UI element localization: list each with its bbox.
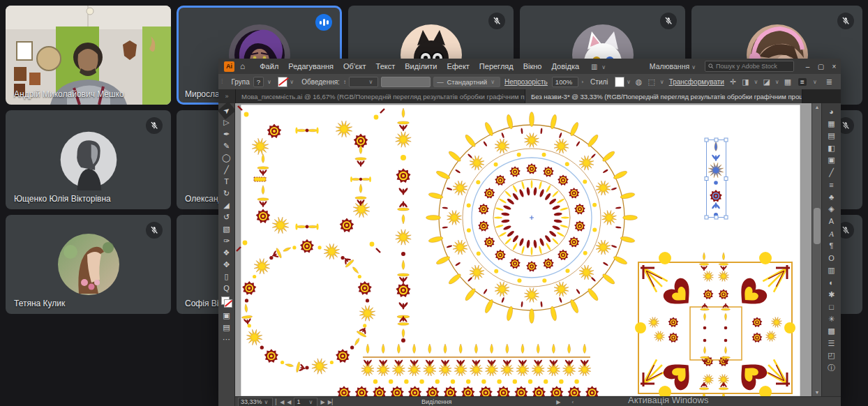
mic-off-icon [492, 16, 502, 26]
recolor-artwork-icon[interactable]: ◍ [636, 77, 643, 87]
stroke-width-select[interactable]: ∨ [349, 77, 378, 87]
opacity-value[interactable]: 100% [552, 77, 579, 87]
stroke-none-swatch[interactable] [278, 77, 287, 87]
appearance-panel-icon[interactable]: ✱ [824, 289, 839, 301]
style-swatch[interactable] [615, 77, 624, 87]
type-tool-icon[interactable]: T [220, 176, 234, 188]
brush-definition-select[interactable]: — Стандартний∨ [433, 77, 500, 87]
glyphs-panel-icon[interactable]: A [824, 227, 839, 240]
pages-panel-icon[interactable]: ▣ [824, 154, 839, 167]
adobe-stock-search[interactable]: Пошук у Adobe Stock [705, 61, 794, 72]
tab-overflow-icon[interactable]: » [218, 89, 236, 103]
panel-dock-icon[interactable]: ≡ [798, 78, 807, 86]
artboards-panel-icon[interactable]: ▩ [824, 325, 839, 338]
fill-unknown-button[interactable]: ? [253, 77, 264, 87]
workspace-switcher[interactable]: Малювання∨ [650, 62, 698, 70]
scroll-left-icon[interactable]: ‹ [571, 399, 574, 405]
pen-tool-icon[interactable]: ✒ [220, 128, 234, 140]
menu-2[interactable]: Об'єкт [343, 62, 366, 70]
graphic-styles-panel-icon[interactable]: □ [824, 301, 839, 313]
maximize-button[interactable]: ▢ [814, 59, 828, 74]
participant-tile[interactable]: Тетяна Кулик [6, 215, 171, 314]
last-artboard-icon[interactable]: ▶▏ [328, 399, 336, 405]
menu-5[interactable]: Ефект [447, 62, 469, 70]
arrange-documents-icon[interactable]: ▥ ∨ [591, 63, 608, 70]
scroll-up-icon[interactable]: ▲ [812, 105, 822, 110]
illustrator-logo-icon[interactable]: Ai [224, 61, 234, 72]
participant-tile[interactable]: Андрій Миколайович Мешко [6, 6, 171, 105]
document-tab-1[interactable]: Мова_писемність.ai @ 16,67% (RGB/Поперед… [236, 89, 525, 103]
artboard-select[interactable]: 1∨ [294, 398, 317, 406]
status-tool-name: Виділення [421, 398, 451, 405]
vertical-scrollbar[interactable]: ▲ ▼ [811, 103, 822, 396]
select-similar-icon[interactable]: ⬚ [648, 77, 654, 87]
gradient-tool-icon[interactable]: ▧ [220, 223, 234, 235]
close-button[interactable]: × [828, 59, 841, 74]
participant-name: Андрій Миколайович Мешко [14, 89, 124, 99]
first-artboard-icon[interactable]: ▏◀ [276, 399, 284, 405]
symbols-panel-icon[interactable]: ♣ [824, 191, 839, 204]
align-icon[interactable]: ✛ [730, 77, 736, 87]
scroll-down-icon[interactable]: ▼ [812, 390, 822, 395]
pathfinder-panel-icon[interactable]: ◰ [824, 349, 839, 362]
status-expand-icon[interactable]: ▶ [556, 399, 560, 405]
minimize-button[interactable]: – [801, 59, 814, 74]
info-panel-icon[interactable]: ⓘ [824, 362, 839, 375]
screen-mode-icon[interactable]: ▤ [220, 322, 234, 333]
artboard-tool-icon[interactable]: ▯ [220, 271, 234, 283]
curvature-tool-icon[interactable]: ✎ [220, 140, 234, 152]
paragraph-panel-icon[interactable]: ¶ [824, 240, 839, 253]
options-menu-icon[interactable]: ≣ [826, 77, 832, 87]
align-panel-icon[interactable]: ☰ [824, 338, 839, 350]
ellipse-tool-icon[interactable]: ◯ [220, 152, 234, 164]
gradient-swatch-panel-icon[interactable]: ▥ [824, 264, 839, 277]
transform-link[interactable]: Трансформувати [669, 78, 724, 86]
menu-7[interactable]: Вікно [523, 62, 542, 70]
menu-3[interactable]: Текст [376, 62, 396, 70]
opacity-link[interactable]: Непрозорість [504, 78, 548, 86]
opacity-expand-icon[interactable]: › [581, 79, 583, 85]
paintbrush-tool-icon[interactable]: ╱ [220, 164, 234, 176]
character-panel-icon[interactable]: A [824, 216, 839, 228]
menu-8[interactable]: Довідка [551, 62, 579, 70]
rotate-tool-icon[interactable]: ↻ [220, 188, 234, 200]
canvas[interactable] [235, 103, 811, 396]
zoom-select[interactable]: 33,33%∨ [238, 398, 273, 406]
libraries-panel-icon[interactable]: ▤ [824, 130, 839, 142]
scrollbar-thumb[interactable] [814, 208, 821, 244]
mute-indicator [488, 13, 505, 29]
participant-tile[interactable]: Ющенко Юлія Вікторівна [6, 110, 171, 209]
flip-horizontal-icon[interactable]: ◨ [742, 77, 749, 87]
free-transform-tool-icon[interactable]: ↺ [220, 211, 234, 223]
stroke-stepper-icon[interactable]: ↕ [343, 79, 346, 85]
menu-0[interactable]: Файл [260, 62, 278, 70]
stroke-panel-icon[interactable]: ≡ [824, 179, 839, 191]
flip-vertical-icon[interactable]: ◪ [763, 77, 770, 87]
blend-tool-icon[interactable]: ❖ [220, 247, 234, 259]
draw-mode-icon[interactable]: ▣ [220, 310, 234, 322]
settings-panel-icon[interactable]: ✳ [824, 313, 839, 326]
hand-tool-icon[interactable]: ✥ [220, 259, 234, 271]
fill-stroke-swatches[interactable]: ? [221, 296, 232, 308]
opentype-panel-icon[interactable]: O [824, 252, 839, 264]
color-panel-icon[interactable]: ◕ [824, 105, 839, 118]
grid-view-icon[interactable]: ▦ [784, 77, 791, 87]
menu-4[interactable]: Виділити [405, 62, 437, 70]
gradient-panel-icon[interactable]: ◧ [824, 142, 839, 155]
prev-artboard-icon[interactable]: ◀ [287, 399, 291, 405]
menu-1[interactable]: Редагування [288, 62, 334, 70]
transparency-panel-icon[interactable]: ◐ [824, 276, 839, 289]
layers-panel-icon[interactable]: ◈ [824, 203, 839, 216]
eyedropper-tool-icon[interactable]: ✑ [220, 235, 234, 247]
swatches-panel-icon[interactable]: ▦ [824, 118, 839, 130]
eraser-tool-icon[interactable]: ◢ [220, 200, 234, 211]
variable-width-select[interactable] [381, 77, 431, 87]
brushes-panel-icon[interactable]: ╱ [824, 167, 839, 179]
more-tools-icon[interactable]: ⋯ [220, 333, 234, 345]
menu-6[interactable]: Перегляд [479, 62, 514, 70]
stroke-swatch[interactable] [224, 299, 232, 308]
document-tab-2[interactable]: Без назви-3* @ 33,33% (RGB/Попередній пе… [525, 89, 802, 103]
next-artboard-icon[interactable]: ▶ [320, 399, 324, 405]
zoom-tool-icon[interactable]: Q [220, 283, 234, 294]
home-icon[interactable]: ⌂ [240, 61, 245, 71]
